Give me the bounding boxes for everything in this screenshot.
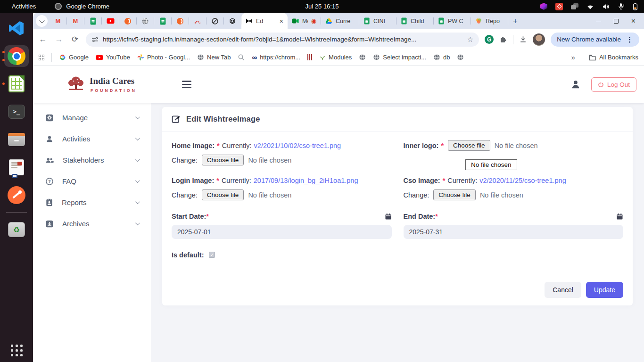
sidebar-item-faq[interactable]: ? FAQ xyxy=(33,171,151,192)
pinned-tab-red-arc[interactable] xyxy=(189,13,206,29)
bookmark-search-icononly[interactable] xyxy=(238,54,245,61)
home-image-link[interactable]: v2/2021/10/02/cso-tree1.png xyxy=(254,142,341,149)
pinned-tab-no-entry[interactable] xyxy=(206,13,223,29)
bookmark-star-icon[interactable]: ☆ xyxy=(467,35,473,44)
calendar-icon[interactable] xyxy=(385,213,392,220)
activities-button[interactable]: Activities xyxy=(12,3,36,10)
forward-button[interactable]: → xyxy=(54,35,64,44)
dock-item-files[interactable] xyxy=(0,129,33,150)
bookmark-globe-icononly-1[interactable] xyxy=(359,54,366,61)
pinned-tab-gmail-2[interactable]: M xyxy=(67,13,84,29)
choose-file-button[interactable]: Choose file xyxy=(202,189,244,200)
bookmark-chrome-url[interactable]: ∞ https://chrom... xyxy=(252,54,300,61)
sidebar-item-archives[interactable]: Archives xyxy=(33,213,151,234)
logout-button[interactable]: Log Out xyxy=(591,77,636,92)
pinned-tab-chatgpt[interactable] xyxy=(224,13,241,29)
sidebar-item-activities[interactable]: Activities xyxy=(33,128,151,149)
extensions-puzzle-icon[interactable] xyxy=(499,35,507,43)
pinned-tab-orange-app-1[interactable] xyxy=(119,13,136,29)
battery-icon[interactable] xyxy=(632,3,638,10)
bookmark-red-favicon[interactable] xyxy=(307,54,312,60)
sidebar-item-reports[interactable]: Reports xyxy=(33,192,151,213)
volume-icon[interactable] xyxy=(602,3,610,10)
bookmark-select-impact[interactable]: Select impacti... xyxy=(373,54,426,61)
url-text[interactable]: https://icfnv5-staging.icfn.in/manage-se… xyxy=(103,36,463,43)
cso-image-link[interactable]: v2/2020/11/25/cso-tree1.png xyxy=(479,177,566,184)
calendar-icon[interactable] xyxy=(616,213,623,220)
tab-meet[interactable]: Me ◉ xyxy=(288,13,321,29)
home-image-file-input[interactable]: Choose file No file chosen xyxy=(202,155,291,165)
back-button[interactable]: ← xyxy=(38,35,48,44)
login-image-file-input[interactable]: Choose file No file chosen xyxy=(202,189,291,200)
cube-app-icon[interactable] xyxy=(540,3,547,10)
pinned-tab-sheets-1[interactable] xyxy=(84,13,101,29)
pinned-tab-sheets-2[interactable] xyxy=(154,13,171,29)
bookmark-youtube[interactable]: YouTube xyxy=(96,54,130,61)
choose-file-button[interactable]: Choose file xyxy=(433,189,476,200)
chrome-update-button[interactable]: New Chrome available ⋮ xyxy=(551,33,639,47)
tab-active-edit[interactable]: Ed × xyxy=(241,13,288,29)
bookmark-google-photos[interactable]: Photo - Googl... xyxy=(137,54,190,61)
chat-indicator-icon[interactable] xyxy=(571,3,578,9)
tab-search-button[interactable] xyxy=(36,15,48,27)
is-default-checkbox[interactable]: ✓ xyxy=(209,252,215,258)
bookmark-db[interactable]: db xyxy=(433,54,450,61)
brand-logo[interactable]: India Cares FOUNDATION xyxy=(66,76,137,93)
profile-avatar[interactable] xyxy=(533,33,545,46)
user-icon[interactable] xyxy=(570,79,581,90)
hamburger-menu-icon[interactable] xyxy=(182,81,191,88)
sidebar-item-manage[interactable]: Manage xyxy=(33,107,151,128)
apps-grid-icon[interactable] xyxy=(39,55,44,60)
dock-item-libreoffice-calc[interactable] xyxy=(0,73,33,95)
dock-item-postman[interactable] xyxy=(0,184,33,206)
pinned-tab-youtube[interactable] xyxy=(102,13,119,29)
choose-file-button[interactable]: Choose file xyxy=(202,155,244,165)
bookmarks-overflow-button[interactable]: » xyxy=(571,53,575,61)
bookmark-globe-icononly-2[interactable] xyxy=(457,54,464,61)
inner-logo-file-input[interactable]: Choose file No file chosen xyxy=(448,140,537,151)
dock-item-trash[interactable]: ♻ xyxy=(0,219,33,240)
site-settings-icon[interactable] xyxy=(91,36,99,43)
microphone-icon[interactable] xyxy=(618,3,624,10)
sidebar-item-stakeholders[interactable]: Stakeholders xyxy=(33,149,151,171)
bookmark-modules[interactable]: Modules xyxy=(319,54,352,61)
dock-item-vscode[interactable] xyxy=(0,17,33,39)
pinned-tab-gmail-1[interactable]: M xyxy=(50,13,66,29)
restore-icon[interactable] xyxy=(614,19,619,24)
login-image-link[interactable]: 2017/09/13/login_bg_2iH1oa1.png xyxy=(254,177,358,184)
tab-sheet-child[interactable]: Child xyxy=(396,13,433,29)
cancel-button[interactable]: Cancel xyxy=(545,282,581,298)
show-applications-button[interactable] xyxy=(11,345,23,356)
dock-item-document-viewer[interactable] xyxy=(0,156,33,178)
minimize-icon[interactable] xyxy=(596,21,601,22)
address-bar[interactable]: https://icfnv5-staging.icfn.in/manage-se… xyxy=(86,33,479,47)
all-bookmarks-button[interactable]: All Bookmarks xyxy=(589,54,638,61)
tab-repo[interactable]: Repo xyxy=(471,13,508,29)
reload-button[interactable]: ⟳ xyxy=(70,34,80,44)
close-icon[interactable]: × xyxy=(631,17,636,25)
downloads-icon[interactable] xyxy=(519,35,527,43)
focused-app-indicator[interactable]: Google Chrome xyxy=(55,3,109,10)
wifi-icon[interactable] xyxy=(586,3,594,10)
update-button[interactable]: Update xyxy=(586,282,623,298)
choose-file-button[interactable]: Choose file xyxy=(448,140,490,151)
tab-sheet-pw[interactable]: PW C xyxy=(434,13,471,29)
new-tab-button[interactable]: + xyxy=(508,16,522,26)
pinned-tab-orange-app-2[interactable] xyxy=(172,13,189,29)
sheets-icon xyxy=(363,17,370,25)
clock[interactable]: Jul 25 16:15 xyxy=(305,3,339,10)
dock-item-terminal[interactable]: >_ xyxy=(0,101,33,123)
bookmark-google[interactable]: Google xyxy=(59,54,89,61)
tab-close-icon[interactable]: × xyxy=(280,17,283,25)
menu-kebab-icon[interactable]: ⋮ xyxy=(626,35,633,44)
grammarly-extension-icon[interactable]: G xyxy=(485,35,494,44)
cso-image-file-input[interactable]: Choose file No file chosen xyxy=(433,189,523,200)
tab-sheet-cini[interactable]: CINI xyxy=(359,13,396,29)
pinned-tab-globe[interactable] xyxy=(137,13,154,29)
end-date-input[interactable] xyxy=(404,225,624,239)
tab-drive[interactable]: Curre xyxy=(321,13,359,29)
start-date-input[interactable] xyxy=(172,225,392,239)
bookmark-new-tab[interactable]: New Tab xyxy=(197,54,231,61)
dock-item-chrome-active[interactable] xyxy=(0,45,33,67)
screen-recorder-icon[interactable] xyxy=(555,3,563,10)
